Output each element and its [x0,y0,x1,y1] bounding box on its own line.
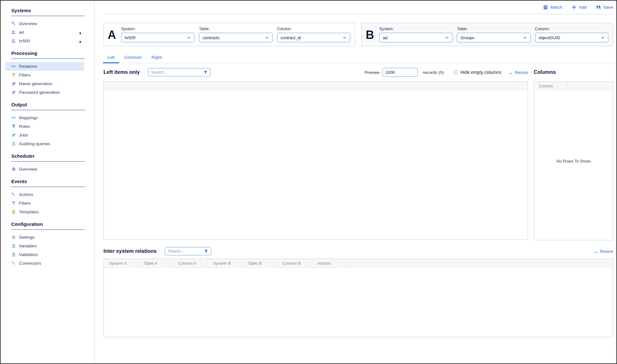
clock-icon [11,167,16,172]
sidebar-item-roles[interactable]: Roles [5,122,84,131]
left-items-grid [103,82,528,240]
filter-funnel-icon [203,70,208,75]
top-toolbar: Match Add Save [103,1,613,14]
sidebar-item-label: Name generation [19,81,52,86]
column-header-cell[interactable]: Column [534,82,567,90]
sidebar-item-label: Settings [19,235,35,240]
inter-relations-toolbar: Inter system relations ↔ Resize [103,247,613,256]
header-table-b[interactable]: Table B [243,259,277,268]
header-column-a[interactable]: Column A [173,259,208,268]
sidebar-item-label: Validation [19,252,38,257]
system-b-select[interactable]: ad [379,33,452,42]
sidebar-item-label: Actions [19,192,33,197]
system-label: System: [121,27,194,31]
inter-relations-search [165,247,211,255]
hide-empty-columns-checkbox[interactable] [453,70,458,75]
records-count: records (0) [423,70,444,75]
sidebar-item-label: Variables [19,244,37,248]
sidebar-item-label: Filters [19,201,31,206]
sidebar-item-label: Filters [19,73,31,77]
calculator-icon [543,5,548,10]
resize-label: Resize [515,70,528,75]
tab-common[interactable]: Common [124,55,142,63]
add-button[interactable]: Add [572,5,586,10]
inter-relations-resize-button[interactable]: ↔ Resize [594,249,613,254]
save-button[interactable]: Save [596,5,613,10]
chevron-down-icon [187,36,191,40]
search-input[interactable] [151,70,201,75]
sidebar-section-configuration: Configuration [11,221,85,230]
tab-right[interactable]: Right [151,55,162,63]
sidebar-item-systems-ad[interactable]: ad [5,28,84,37]
sidebar-item-variables[interactable]: Variables [5,242,84,250]
sidebar-item-settings[interactable]: Settings [5,233,84,242]
chevron-right-icon [79,31,82,34]
system-label: System: [379,27,452,31]
column-label: Column: [277,27,350,31]
edit-icon [11,81,16,86]
table-a-select[interactable]: contracts [199,33,272,42]
main-content: Match Add Save A System: hr500 Table: [94,1,616,363]
sidebar-item-processing-filters[interactable]: Filters [5,71,84,79]
funnel-icon [11,201,16,206]
chevron-right-icon [79,40,82,42]
sidebar-item-templates[interactable]: Templates [5,208,84,216]
header-actions[interactable]: Actions [312,259,347,268]
selector-panel-b: B System: ad Table: Groups Column: objec… [362,23,613,46]
relations-arrows-icon [11,64,16,69]
sidebar-item-connectors[interactable]: Connectors [5,259,84,268]
relations-arrows-icon [11,115,16,120]
header-column-b[interactable]: Column B [277,259,312,268]
column-a-select[interactable]: contract_id [277,33,350,42]
preview-count-input[interactable] [382,68,418,77]
inter-relations-table-header: System A Table A Column A System B Table… [104,259,613,268]
sidebar-item-jobs[interactable]: Jobs [5,131,84,139]
floppy-icon [596,5,601,10]
sidebar-item-events-filters[interactable]: Filters [5,199,84,208]
search-input[interactable] [168,249,202,253]
system-b-value: ad [383,35,387,40]
sidebar-item-actions[interactable]: Actions [5,190,84,199]
sidebar-item-relations[interactable]: Relations [5,62,84,71]
sidebar-item-password-generation[interactable]: Password generation [5,88,84,97]
document-icon [11,244,16,248]
sidebar-item-label: Roles [19,124,30,129]
sidebar-item-label: Overview [19,21,37,26]
tab-left[interactable]: Left [107,55,115,63]
header-system-b[interactable]: System B [208,259,243,268]
left-items-resize-button[interactable]: ↔ Resize [508,70,528,75]
chevron-down-icon [343,36,347,40]
table-label: Table: [199,27,272,31]
table-a-value: contracts [202,35,219,40]
selector-panel-a: A System: hr500 Table: contracts Column:… [103,23,355,46]
funnel-icon [11,73,16,77]
save-label: Save [603,5,613,10]
sidebar-item-mappings[interactable]: Mappings [5,113,84,122]
app-window: { "toolbar": { "match": "Match", "add": … [0,0,617,364]
system-a-select[interactable]: hr500 [121,33,194,42]
sidebar-item-label: Mappings [19,115,38,120]
match-button[interactable]: Match [543,5,562,10]
users-icon [11,30,16,35]
edit-icon [11,90,16,95]
inter-relations-table: System A Table A Column A System B Table… [103,259,613,337]
sidebar-item-systems-overview[interactable]: Overview [5,19,84,28]
column-b-select[interactable]: objectGUID [535,33,608,42]
table-label: Table: [457,27,530,31]
sidebar: Systems Overview ad hr500 Processing [1,1,94,363]
users-icon [11,39,16,43]
edit-icon [11,133,16,138]
sidebar-item-validation[interactable]: Validation [5,250,84,259]
sidebar-item-label: Connectors [19,261,41,266]
header-table-a[interactable]: Table A [139,259,173,268]
selector-panels: A System: hr500 Table: contracts Column:… [103,23,613,46]
table-b-select[interactable]: Groups [457,33,530,42]
sidebar-item-auditing-queries[interactable]: Auditing queries [5,139,84,148]
sidebar-item-scheduler-overview[interactable]: Overview [5,165,84,173]
add-label: Add [579,5,586,10]
sidebar-item-name-generation[interactable]: Name generation [5,79,84,88]
preview-label: Preview [364,70,379,75]
sidebar-section-scheduler: Scheduler [11,153,85,162]
header-system-a[interactable]: System A [104,259,139,268]
sidebar-item-systems-hr500[interactable]: hr500 [5,37,84,45]
